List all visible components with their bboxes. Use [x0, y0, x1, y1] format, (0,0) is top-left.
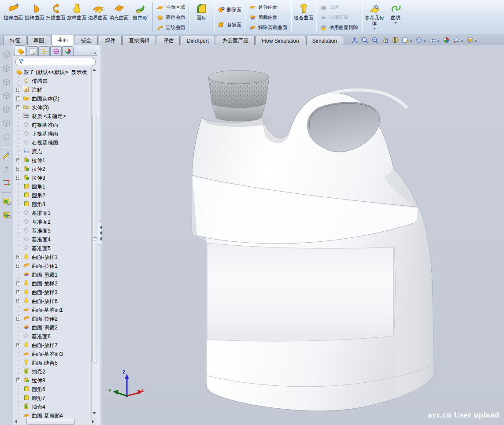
property-manager-tab[interactable] [26, 46, 38, 55]
tree-item[interactable]: 曲面-基准面4 [13, 411, 91, 418]
feature-manager-tab[interactable] [15, 45, 26, 55]
tree-item[interactable]: 圆角6 [13, 384, 91, 393]
view-cube-6-button[interactable] [2, 118, 11, 129]
expand-plus-icon[interactable]: + [16, 264, 20, 268]
sketch-button[interactable] [2, 151, 11, 162]
zoom-fit-button[interactable] [350, 36, 359, 44]
tab-钣金[interactable]: 钣金 [75, 36, 98, 45]
trim-surface-button[interactable]: 剪裁曲面 [249, 13, 287, 22]
tree-item[interactable]: 曲面-缝合5 [13, 358, 91, 367]
scroll-up-arrow[interactable] [93, 69, 97, 73]
derived-sketch-button[interactable] [2, 164, 11, 175]
draft-analysis-button[interactable] [381, 36, 389, 44]
curves-button[interactable]: 曲线 [385, 2, 406, 33]
tree-item[interactable]: 基准面5 [13, 244, 91, 252]
tree-item[interactable]: 圆角7 [13, 393, 91, 402]
routing-button[interactable] [2, 178, 11, 189]
tree-item[interactable]: +实体(3) [13, 103, 91, 111]
expand-plus-icon[interactable]: + [16, 378, 20, 382]
apply-scene-button[interactable] [442, 36, 451, 44]
boundary-surface-button[interactable]: 边界曲面 [87, 2, 108, 33]
tree-item[interactable]: +曲面-拉伸2 [13, 314, 91, 323]
expand-plus-icon[interactable]: + [16, 299, 20, 303]
zoom-magnify-button[interactable] [371, 36, 379, 44]
tree-item[interactable]: 曲面-基准面1 [13, 305, 91, 314]
view-cube-7-button[interactable] [2, 132, 11, 143]
cut-with-surface-button[interactable]: 使用曲面切除 [320, 23, 358, 32]
view-settings-button[interactable] [452, 36, 464, 44]
expand-plus-icon[interactable]: + [16, 105, 20, 109]
tree-item[interactable]: +A注解 [13, 85, 91, 94]
fillet-button[interactable]: 圆角 [191, 2, 212, 33]
tree-item[interactable]: 前视基准面 [13, 120, 91, 129]
hide-show-items-button[interactable] [428, 36, 441, 44]
tree-item[interactable]: 基准面4 [13, 235, 91, 244]
tree-item[interactable]: 圆角2 [13, 191, 91, 200]
dropdown-arrow-icon[interactable] [394, 22, 397, 24]
dropdown-arrow-icon[interactable] [423, 41, 426, 42]
expand-plus-icon[interactable]: + [16, 343, 20, 347]
view-cube-5-button[interactable] [2, 105, 11, 116]
tree-item[interactable]: 上视基准面 [13, 129, 91, 138]
reference-geometry-button[interactable]: 参考几何体 [364, 2, 385, 33]
scroll-down-arrow[interactable] [93, 412, 97, 417]
configuration-manager-tab[interactable] [38, 46, 50, 55]
zoom-area-button[interactable] [360, 36, 369, 44]
tree-item[interactable]: 右视基准面 [13, 138, 91, 147]
tab-评估[interactable]: 评估 [157, 36, 180, 45]
scroll-right-arrow[interactable] [92, 420, 96, 424]
tree-item[interactable]: +拉伸3 [13, 173, 91, 182]
tree-item[interactable]: 原点 [13, 147, 91, 155]
dropdown-arrow-icon[interactable] [437, 41, 440, 42]
dropdown-arrow-icon[interactable] [474, 41, 477, 42]
tree-item[interactable]: 曲面-剪裁2 [13, 323, 91, 332]
planar-surface-button[interactable]: 平面区域 [156, 3, 185, 12]
display-manager-tab[interactable] [62, 46, 74, 55]
tree-item[interactable]: 基准面1 [13, 208, 91, 217]
tab-曲面[interactable]: 曲面 [51, 35, 74, 45]
revolved-surface-button[interactable]: 旋转曲面 [24, 2, 45, 33]
delete-face-button[interactable]: 删除面 [218, 5, 241, 15]
lofted-surface-button[interactable]: 放样曲面 [66, 2, 87, 33]
graphics-viewport[interactable]: Z X Y ayc.cn User upload [102, 45, 504, 425]
vertical-scroll-thumb[interactable] [92, 116, 97, 362]
dropdown-arrow-icon[interactable] [373, 28, 376, 30]
panel-overflow-button[interactable]: » [93, 50, 96, 55]
offset-surface-button[interactable]: 等距曲面 [156, 13, 185, 22]
expand-plus-icon[interactable]: + [16, 167, 20, 171]
filled-surface-button[interactable]: 填充曲面 [108, 2, 130, 33]
untrim-surface-button[interactable]: 解除剪裁曲面 [249, 23, 287, 32]
dimxpert-manager-tab[interactable] [50, 46, 62, 55]
dropdown-arrow-icon[interactable] [410, 41, 412, 42]
section-view-button[interactable] [391, 36, 400, 44]
tab-焊件[interactable]: 焊件 [99, 36, 122, 45]
expand-plus-icon[interactable]: + [16, 88, 20, 92]
tree-item[interactable]: 圆角1 [13, 182, 91, 191]
tab-Simulation[interactable]: Simulation [306, 36, 343, 45]
part-box-2-button[interactable] [2, 210, 11, 221]
replace-face-button[interactable]: 替换面 [218, 20, 241, 30]
swept-surface-button[interactable]: 扫描曲面 [45, 2, 66, 33]
tab-直接编辑[interactable]: 直接编辑 [122, 36, 156, 45]
tree-filter-box[interactable] [15, 58, 96, 66]
view-cube-4-button[interactable] [2, 91, 11, 102]
panel-splitter[interactable] [98, 45, 102, 425]
expand-plus-icon[interactable]: + [16, 158, 20, 162]
horizontal-scroll-thumb[interactable] [26, 419, 75, 425]
tree-item[interactable]: 基准面3 [13, 226, 91, 235]
tree-item[interactable]: +曲面-放样1 [13, 252, 91, 261]
freeform-button[interactable]: 自由形 [130, 2, 151, 33]
view-orientation-button[interactable] [401, 36, 413, 44]
tree-item[interactable]: +曲面-放样7 [13, 340, 91, 349]
display-style-button[interactable] [415, 36, 427, 44]
tab-DimXpert[interactable]: DimXpert [181, 36, 215, 45]
dropdown-arrow-icon[interactable] [461, 41, 463, 42]
tree-item[interactable]: +拉伸8 [13, 376, 91, 384]
tree-item[interactable]: +曲面-放样2 [13, 279, 91, 288]
expand-plus-icon[interactable]: + [16, 317, 20, 321]
tab-特征[interactable]: 特征 [4, 36, 26, 45]
extruded-surface-button[interactable]: 拉伸曲面 [3, 2, 24, 33]
expand-plus-icon[interactable]: + [16, 281, 20, 285]
tree-item[interactable]: +曲面-放样3 [13, 288, 91, 296]
tree-item[interactable]: 曲面-基准面3 [13, 349, 91, 358]
